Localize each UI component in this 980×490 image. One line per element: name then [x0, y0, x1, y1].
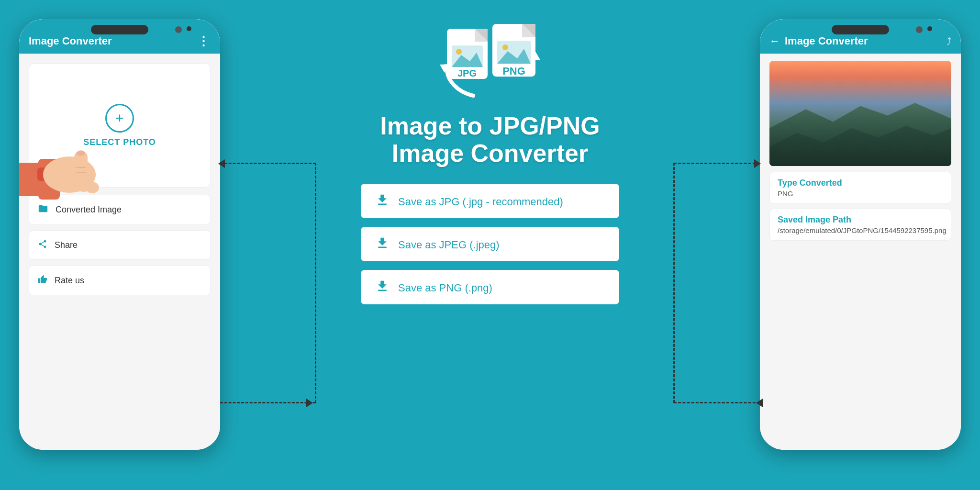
phone-notch-right: [832, 25, 889, 34]
share-button[interactable]: ⤴: [947, 36, 951, 47]
right-phone-screen: ← Image Converter ⤴ Type Converted PNG S…: [760, 19, 961, 450]
vert-dashed-left: [315, 163, 316, 403]
type-converted-value: PNG: [778, 189, 943, 198]
right-phone: ← Image Converter ⤴ Type Converted PNG S…: [760, 19, 961, 450]
save-png-label: Save as PNG (.png): [398, 280, 492, 295]
left-app-title: Image Converter: [29, 35, 197, 47]
left-arrow-bottom: [306, 399, 313, 407]
save-jpg-button[interactable]: Save as JPG (.jpg - recommended): [361, 184, 619, 218]
rate-us-label: Rate us: [55, 276, 84, 286]
left-dashed-line: [220, 163, 316, 164]
share-icon: [38, 239, 47, 251]
svg-point-17: [456, 49, 462, 55]
right-arrow-head-top: [754, 159, 761, 168]
svg-point-7: [86, 182, 99, 193]
svg-point-24: [502, 45, 508, 50]
phone-camera-right: [916, 26, 923, 33]
saved-path-value: /storage/emulated/0/JPGtoPNG/15445922375…: [778, 226, 943, 234]
right-dashed-line-top: [674, 163, 760, 164]
share-item[interactable]: Share: [29, 230, 211, 260]
saved-path-card: Saved Image Path /storage/emulated/0/JPG…: [769, 209, 951, 241]
app-title: Image to JPG/PNG Image Converter: [380, 112, 600, 167]
converter-icons: JPG PNG: [418, 14, 562, 110]
share-label: Share: [55, 240, 78, 250]
vert-dashed-right: [673, 163, 675, 403]
phone-notch-left: [91, 25, 148, 34]
save-jpeg-label: Save as JPEG (.jpeg): [398, 237, 500, 252]
left-arrow-head: [218, 159, 225, 168]
left-phone: Image Converter ⋮ + SELECT PHOTO Convert…: [19, 19, 220, 450]
svg-text:PNG: PNG: [502, 65, 525, 77]
download-png-icon: [375, 279, 390, 295]
right-app-title: Image Converter: [785, 35, 947, 47]
save-jpeg-button[interactable]: Save as JPEG (.jpeg): [361, 227, 619, 261]
left-app-bar: Image Converter ⋮: [19, 19, 220, 54]
type-converted-label: Type Converted: [778, 178, 943, 188]
left-dashed-line-bottom: [220, 402, 316, 403]
type-converted-card: Type Converted PNG: [769, 172, 951, 204]
thumbup-icon: [38, 275, 47, 287]
phone-camera2-left: [187, 26, 191, 31]
right-arrow-bottom: [756, 399, 763, 407]
hand-pointer: [19, 124, 105, 212]
save-png-button[interactable]: Save as PNG (.png): [361, 270, 619, 304]
rate-us-item[interactable]: Rate us: [29, 266, 211, 295]
mountain-image: [769, 61, 951, 166]
svg-point-8: [77, 150, 85, 156]
left-menu-icon[interactable]: ⋮: [197, 34, 211, 49]
left-phone-screen: Image Converter ⋮ + SELECT PHOTO Convert…: [19, 19, 220, 450]
download-jpg-icon: [375, 193, 390, 209]
add-icon[interactable]: +: [105, 104, 134, 133]
phone-camera-left: [175, 26, 182, 33]
back-button[interactable]: ←: [769, 35, 780, 47]
converted-image-display: [769, 61, 951, 166]
right-app-bar: ← Image Converter ⤴: [760, 19, 961, 54]
svg-text:JPG: JPG: [457, 68, 477, 78]
phone-camera2-right: [927, 26, 932, 31]
saved-path-label: Saved Image Path: [778, 215, 943, 225]
center-section: JPG PNG Image to JPG/PNG Image Converter: [323, 0, 657, 490]
right-dashed-line-bottom: [674, 402, 760, 403]
download-jpeg-icon: [375, 236, 390, 252]
save-jpg-label: Save as JPG (.jpg - recommended): [398, 194, 563, 209]
